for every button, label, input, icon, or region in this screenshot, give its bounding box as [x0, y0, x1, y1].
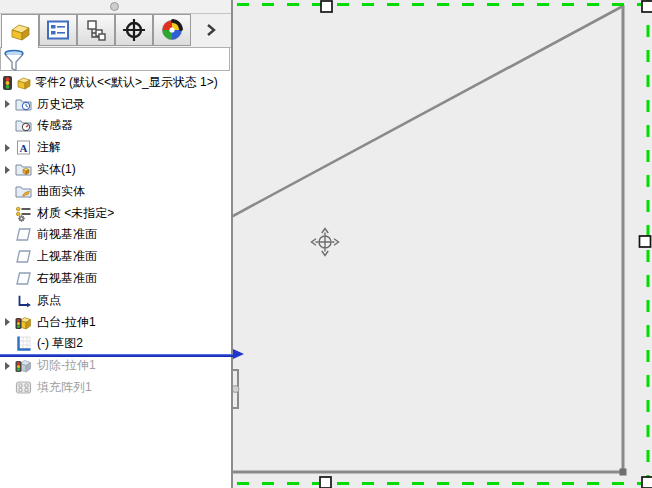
property-manager-icon	[46, 20, 70, 40]
tree-item-sketch2[interactable]: (-) 草图2	[0, 333, 229, 355]
plane-icon	[15, 226, 32, 243]
tab-dimxpertmanager[interactable]	[115, 14, 153, 46]
solid-bodies-folder-icon	[15, 161, 32, 178]
tab-configurationmanager[interactable]	[77, 14, 115, 46]
chevron-right-icon	[206, 23, 216, 37]
plane-icon	[15, 248, 32, 265]
selection-handle-bottom-center[interactable]	[320, 477, 331, 488]
solidworks-window: 零件2 (默认<<默认>_显示状态 1>) 历史记录 传感器	[0, 0, 652, 488]
sketch-icon	[15, 335, 32, 352]
fill-pattern-icon	[15, 379, 32, 396]
tree-item-annotations[interactable]: A 注解	[0, 137, 229, 159]
tree-item-top-plane[interactable]: 上视基准面	[0, 246, 229, 268]
tree-item-front-plane[interactable]: 前视基准面	[0, 224, 229, 246]
filter-funnel-icon	[3, 49, 25, 71]
origin-icon	[15, 292, 32, 309]
graphics-viewport[interactable]	[233, 0, 652, 488]
boss-extrude-icon	[15, 314, 32, 331]
expand-arrow-icon[interactable]	[0, 318, 15, 326]
cut-extrude-icon	[15, 357, 32, 374]
feature-manager-panel: 零件2 (默认<<默认>_显示状态 1>) 历史记录 传感器	[0, 0, 233, 488]
tree-item-surface-bodies[interactable]: 曲面实体	[0, 180, 229, 202]
tree-filter-bar[interactable]	[0, 47, 230, 71]
tab-featuremanager[interactable]	[1, 14, 39, 48]
material-icon	[15, 205, 32, 222]
panel-top-splitter[interactable]	[0, 0, 231, 14]
history-folder-icon	[15, 96, 32, 113]
selection-handle-top-center[interactable]	[321, 1, 332, 12]
feature-tree: 零件2 (默认<<默认>_显示状态 1>) 历史记录 传感器	[0, 72, 229, 399]
tab-overflow-button[interactable]	[203, 22, 219, 38]
selection-handle-right-middle[interactable]	[640, 236, 651, 247]
sketch-notch-point[interactable]	[233, 386, 239, 393]
part-icon	[7, 21, 33, 43]
tree-item-right-plane[interactable]: 右视基准面	[0, 268, 229, 290]
configuration-manager-icon	[84, 19, 108, 41]
rollback-bar[interactable]	[0, 354, 233, 357]
tree-root-item[interactable]: 零件2 (默认<<默认>_显示状态 1>)	[0, 72, 229, 94]
tab-displaymanager[interactable]	[153, 14, 191, 46]
tree-item-history[interactable]: 历史记录	[0, 93, 229, 115]
sensors-folder-icon	[15, 117, 32, 134]
sketch-origin-move-marker[interactable]	[312, 229, 339, 256]
tree-item-material[interactable]: 材质 <未指定>	[0, 202, 229, 224]
expand-arrow-icon[interactable]	[0, 362, 15, 370]
surface-bodies-folder-icon	[15, 183, 32, 200]
plane-icon	[15, 270, 32, 287]
expand-arrow-icon[interactable]	[0, 166, 15, 174]
tree-item-cut-extrude1[interactable]: 切除-拉伸1	[0, 355, 229, 377]
tree-item-fill-pattern1[interactable]: 填充阵列1	[0, 377, 229, 399]
sketch-diagonal-line[interactable]	[233, 6, 623, 217]
part-icon	[17, 74, 32, 91]
expand-arrow-icon[interactable]	[0, 144, 15, 152]
root-label: 零件2 (默认<<默认>_显示状态 1>)	[35, 74, 218, 91]
sketch-vertex-point[interactable]	[620, 469, 627, 476]
tree-item-origin[interactable]: 原点	[0, 289, 229, 311]
rollback-bar-arrow-icon[interactable]	[233, 349, 244, 359]
traffic-light-icon	[2, 74, 14, 91]
annotations-icon: A	[15, 139, 32, 156]
tree-item-boss-extrude1[interactable]: 凸台-拉伸1	[0, 311, 229, 333]
dimxpert-icon	[122, 18, 146, 42]
tree-item-solid-bodies[interactable]: 实体(1)	[0, 159, 229, 181]
display-manager-icon	[160, 18, 184, 42]
selection-handle-bottom-right[interactable]	[642, 477, 652, 488]
selection-border	[237, 0, 652, 488]
splitter-handle[interactable]	[110, 2, 119, 11]
tree-item-sensors[interactable]: 传感器	[0, 115, 229, 137]
expand-arrow-icon[interactable]	[0, 100, 15, 108]
svg-text:A: A	[20, 142, 28, 154]
tab-propertymanager[interactable]	[39, 14, 77, 46]
selection-handle-top-right[interactable]	[642, 1, 652, 12]
manager-tab-bar	[0, 14, 231, 48]
